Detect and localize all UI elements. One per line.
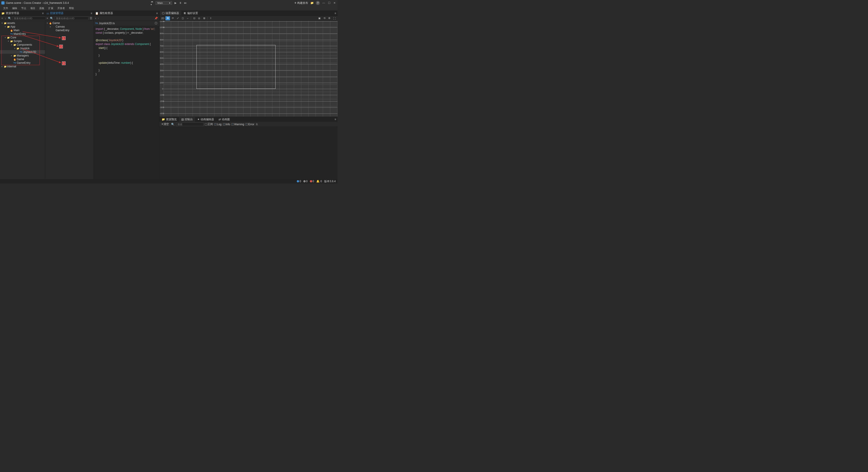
tree-item[interactable]: ▸📁internal [0, 65, 45, 68]
tree-item[interactable]: ▾📁Scripts [0, 39, 45, 43]
scene-select[interactable]: Main [156, 1, 172, 5]
menu-panel[interactable]: 面板 [37, 6, 46, 10]
gizmo2-icon[interactable]: ⟲ [322, 16, 327, 20]
window-close-icon[interactable]: ✕ [333, 1, 336, 4]
console-search-input[interactable] [176, 123, 204, 126]
list-icon[interactable]: ☰ [89, 17, 93, 20]
tab-animation-graph[interactable]: ⇄动画图 [216, 117, 232, 122]
scene-view[interactable]: 110010009008007006005004003002001000-100… [160, 21, 338, 117]
panel-menu-icon[interactable]: ≡ [91, 12, 92, 15]
tab-animation-editor[interactable]: ✦动画编辑器 [195, 117, 216, 122]
gear-icon[interactable]: ⚙ [327, 16, 332, 20]
tree-item[interactable]: GameEntry [45, 29, 94, 32]
terminal-icon: ▤ [181, 118, 184, 121]
open-project-icon[interactable]: 📁 [310, 1, 313, 4]
panel-menu-icon[interactable]: ≡ [156, 12, 158, 15]
info-checkbox[interactable]: ✓Info [223, 123, 230, 126]
move-tool-icon[interactable]: ✥ [165, 16, 170, 20]
align-icon[interactable]: ⦀ [209, 16, 213, 20]
tab-asset-preview[interactable]: 📁资源预览 [159, 117, 179, 122]
info-icon[interactable]: ⓘ [154, 22, 158, 25]
window-maximize-icon[interactable]: ☐ [328, 1, 331, 4]
assets-tree[interactable]: ▾📁assets▾📁App🔥MainTSMainEntry▾📁Core▾📁Scr… [0, 21, 45, 179]
tab-label: 场景编辑器 [165, 11, 179, 15]
tree-item[interactable]: ▸📁Managers [0, 54, 45, 57]
tree-item[interactable]: 🔥Main [0, 29, 45, 32]
inspector-file-name: Joystick2D.ts [99, 22, 115, 25]
add-node-icon[interactable]: + [46, 17, 49, 20]
tree-item[interactable]: TSMainEntry [0, 32, 45, 36]
warning-checkbox[interactable]: ✓Warning [231, 123, 244, 126]
panel-menu-icon[interactable]: ≡ [333, 12, 338, 15]
rotate-tool-icon[interactable]: ⟳ [170, 16, 175, 20]
gizmo1-icon[interactable]: ▣ [317, 16, 322, 20]
tree-item[interactable]: ▾📁App [0, 25, 45, 29]
tab-label: 动画编辑器 [200, 118, 214, 121]
menu-edit[interactable]: 编辑 [10, 6, 19, 10]
tree-item[interactable]: TSGameEntry [0, 61, 45, 65]
assets-search-input[interactable] [13, 17, 46, 20]
build-publish-button[interactable]: ✈ 构建发布 [294, 1, 308, 5]
nav-forward-icon[interactable]: › [97, 17, 99, 20]
local-world-icon[interactable]: ◎ [197, 16, 202, 20]
status-success-count[interactable]: 0 [303, 180, 308, 183]
error-checkbox[interactable]: ✓Error [246, 123, 254, 126]
hierarchy-search-input[interactable] [55, 17, 88, 20]
code-view[interactable]: import { _decorator, Component, Node } f… [94, 26, 159, 179]
menu-project[interactable]: 项目 [29, 6, 37, 10]
add-asset-icon[interactable]: + [1, 17, 3, 20]
sort-icon[interactable]: ↓ [4, 17, 6, 20]
menu-file[interactable]: 文件 [1, 6, 10, 10]
cloud-icon[interactable]: ☁ ▾ [151, 1, 154, 4]
regex-checkbox[interactable]: 正则 [205, 122, 213, 126]
menu-node[interactable]: 节点 [20, 6, 28, 10]
nav-back-icon[interactable]: ‹ [95, 17, 96, 20]
pivot-toggle-icon[interactable]: ⊡ [192, 16, 196, 20]
inspector-panel-title: 属性检查器 [99, 11, 113, 15]
tree-item[interactable]: ▸Canvas [45, 25, 94, 29]
chk-label: Warning [234, 123, 244, 126]
build-publish-label: 构建发布 [297, 1, 308, 4]
log-checkbox[interactable]: ✓Log [214, 123, 221, 126]
statusbar: 0 0 0 🔔 0 版本3.8.4 [0, 179, 338, 184]
tab-scene-editor[interactable]: 🖵场景编辑器 [160, 11, 181, 15]
help-icon[interactable]: ? [316, 1, 320, 5]
window-minimize-icon[interactable]: — [322, 1, 325, 4]
console-output[interactable] [159, 127, 338, 179]
tab-preferences[interactable]: 🛠偏好设置 [181, 11, 200, 15]
folder-icon: 📁 [162, 118, 165, 121]
status-info-count[interactable]: 0 [297, 180, 301, 183]
tree-item[interactable]: ▾📁Components [0, 43, 45, 46]
tree-item[interactable]: ▾📁assets [0, 21, 45, 25]
clear-label: 清空 [163, 123, 169, 126]
status-notifications[interactable]: 🔔 0 [316, 180, 322, 183]
tree-item[interactable]: ▾📁Core [0, 36, 45, 39]
step-button[interactable]: ⏭ [184, 1, 187, 4]
hierarchy-tree[interactable]: ▾🔥Game▸CanvasGameEntry [45, 21, 94, 179]
window-title: Game.scene - Cocos Creator - c2d_framewo… [6, 1, 69, 4]
menu-developer[interactable]: 开发者 [56, 6, 67, 10]
scale-tool-icon[interactable]: ⤢ [176, 16, 180, 20]
clear-console-button[interactable]: ✦清空 [161, 122, 169, 126]
fullscreen-icon[interactable]: ⛶ [332, 16, 337, 20]
scene-canvas-rect[interactable] [196, 45, 276, 89]
pin-icon[interactable]: 📌 [154, 17, 158, 20]
panel-menu-icon[interactable]: ≡ [42, 12, 43, 15]
pause-button[interactable]: ⏸ [179, 1, 182, 4]
copy-icon[interactable]: ⎘ [256, 123, 258, 126]
ts-icon: TS [95, 22, 98, 24]
tab-console[interactable]: ▤控制台 [179, 117, 195, 122]
menu-extension[interactable]: 扩展 [46, 6, 55, 10]
anchor-tool-icon[interactable]: ⎓ [185, 16, 190, 20]
tree-item[interactable]: TSJoystick2D [0, 50, 45, 54]
status-error-count[interactable]: 0 [310, 180, 314, 183]
rect-tool-icon[interactable]: ◻ [180, 16, 185, 20]
panel-menu-icon[interactable]: ≡ [333, 118, 338, 121]
snap-icon[interactable]: ⊞ [202, 16, 206, 20]
view-2d-button[interactable]: 2D [160, 16, 165, 20]
tree-item[interactable]: ▾🔥Game [45, 21, 94, 25]
play-button[interactable]: ▶ [174, 1, 177, 4]
tree-item[interactable]: ▾📁Joystick [0, 46, 45, 50]
tree-item[interactable]: 🔥Game [0, 57, 45, 61]
menu-help[interactable]: 帮助 [67, 6, 76, 10]
